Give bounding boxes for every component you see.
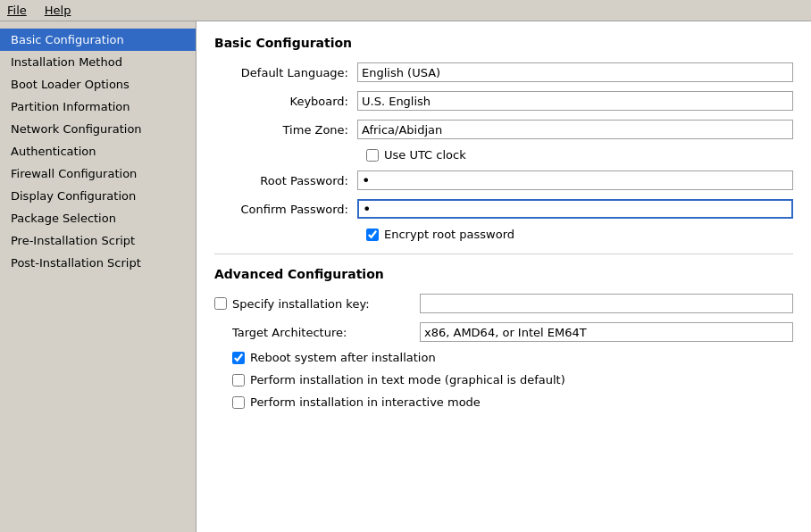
sidebar-item-display-configuration[interactable]: Display Configuration <box>0 185 196 207</box>
interactive-mode-row: Perform installation in interactive mode <box>214 395 793 409</box>
sidebar-item-post-installation-script[interactable]: Post-Installation Script <box>0 252 196 274</box>
interactive-mode-label: Perform installation in interactive mode <box>250 395 481 409</box>
target-arch-input[interactable] <box>420 322 793 342</box>
encrypt-password-label: Encrypt root password <box>384 228 514 241</box>
sidebar: Basic Configuration Installation Method … <box>0 21 196 532</box>
advanced-title: Advanced Configuration <box>214 267 793 281</box>
keyboard-input[interactable] <box>357 91 793 111</box>
specify-key-row: Specify installation key: <box>214 294 793 313</box>
encrypt-password-checkbox[interactable] <box>366 229 379 241</box>
keyboard-label: Keyboard: <box>214 95 357 108</box>
utc-clock-checkbox[interactable] <box>366 149 379 162</box>
timezone-label: Time Zone: <box>214 123 357 137</box>
sidebar-item-network-configuration[interactable]: Network Configuration <box>0 118 196 140</box>
reboot-checkbox[interactable] <box>232 352 245 364</box>
keyboard-row: Keyboard: <box>214 91 793 111</box>
confirm-password-input[interactable] <box>357 199 793 219</box>
utc-clock-label: Use UTC clock <box>384 148 466 162</box>
confirm-password-row: Confirm Password: <box>214 199 793 219</box>
specify-key-label: Specify installation key: <box>232 297 370 311</box>
sidebar-item-authentication[interactable]: Authentication <box>0 140 196 162</box>
text-mode-row: Perform installation in text mode (graph… <box>214 373 793 387</box>
interactive-mode-checkbox[interactable] <box>232 396 245 409</box>
reboot-row: Reboot system after installation <box>214 351 793 364</box>
section-title: Basic Configuration <box>214 36 793 50</box>
target-arch-row: Target Architecture: <box>214 322 793 342</box>
timezone-input[interactable] <box>357 120 793 139</box>
menu-file[interactable]: File <box>4 3 30 18</box>
menubar: File Help <box>0 0 811 21</box>
section-divider <box>214 254 793 254</box>
sidebar-item-package-selection[interactable]: Package Selection <box>0 207 196 229</box>
sidebar-item-partition-information[interactable]: Partition Information <box>0 96 196 118</box>
timezone-row: Time Zone: <box>214 120 793 139</box>
content-area: Basic Configuration Default Language: Ke… <box>196 21 811 532</box>
main-container: Basic Configuration Installation Method … <box>0 21 811 532</box>
default-language-row: Default Language: <box>214 62 793 82</box>
menu-help[interactable]: Help <box>41 3 75 18</box>
sidebar-item-basic-configuration[interactable]: Basic Configuration <box>0 29 196 51</box>
reboot-label: Reboot system after installation <box>250 351 436 364</box>
default-language-label: Default Language: <box>214 66 357 79</box>
root-password-row: Root Password: <box>214 170 793 190</box>
utc-clock-row: Use UTC clock <box>366 148 793 162</box>
target-arch-label: Target Architecture: <box>214 326 420 339</box>
sidebar-item-installation-method[interactable]: Installation Method <box>0 51 196 73</box>
sidebar-item-pre-installation-script[interactable]: Pre-Installation Script <box>0 229 196 252</box>
text-mode-checkbox[interactable] <box>232 374 245 387</box>
root-password-label: Root Password: <box>214 174 357 187</box>
specify-key-label-container: Specify installation key: <box>214 297 420 311</box>
root-password-input[interactable] <box>357 170 793 190</box>
confirm-password-label: Confirm Password: <box>214 203 357 216</box>
encrypt-password-row: Encrypt root password <box>366 228 793 241</box>
sidebar-item-boot-loader-options[interactable]: Boot Loader Options <box>0 73 196 96</box>
default-language-input[interactable] <box>357 62 793 82</box>
sidebar-item-firewall-configuration[interactable]: Firewall Configuration <box>0 162 196 185</box>
specify-key-input[interactable] <box>420 294 793 313</box>
text-mode-label: Perform installation in text mode (graph… <box>250 373 565 387</box>
specify-key-checkbox[interactable] <box>214 297 227 310</box>
